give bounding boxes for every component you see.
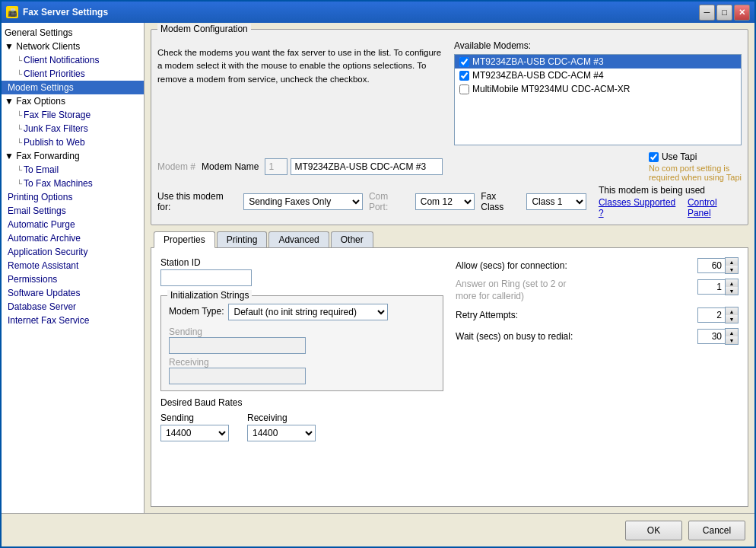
- receiving-row: Receiving: [169, 357, 435, 384]
- modem-checkbox-3[interactable]: [459, 84, 469, 94]
- use-tapi-row: Use Tapi: [649, 151, 742, 162]
- sidebar-item-to-email[interactable]: └To Email: [2, 163, 144, 177]
- station-id-input[interactable]: [160, 269, 252, 286]
- station-id-section: Station ID: [160, 257, 443, 286]
- sidebar-item-modem-settings[interactable]: Modem Settings: [2, 81, 144, 94]
- sidebar-item-client-priorities[interactable]: └Client Priorities: [2, 67, 144, 81]
- fax-class-dropdown[interactable]: Class 1 Class 2 Class 2.0: [526, 193, 586, 210]
- retry-down[interactable]: ▼: [726, 315, 738, 323]
- retry-attempts-label: Retry Attempts:: [456, 310, 518, 320]
- modem-list-item-2[interactable]: MT9234ZBA-USB CDC-ACM #4: [455, 68, 741, 82]
- modem-list-item-1[interactable]: MT9234ZBA-USB CDC-ACM #3: [455, 55, 741, 68]
- sidebar-item-remote-assistant[interactable]: Remote Assistant: [2, 259, 144, 272]
- modem-type-dropdown[interactable]: Default (no init string required): [228, 304, 388, 320]
- retry-attempts-spinner: ▲ ▼: [725, 307, 739, 323]
- sidebar-item-internet-fax-service[interactable]: Internet Fax Service: [2, 314, 144, 327]
- sidebar-item-client-notifications[interactable]: └Client Notifications: [2, 53, 144, 67]
- answer-ring-up[interactable]: ▲: [726, 279, 738, 287]
- tabs-section: Properties Printing Advanced Other: [151, 231, 748, 507]
- sidebar-item-email-settings[interactable]: Email Settings: [2, 204, 144, 218]
- modem-type-row: Modem Type: Default (no init string requ…: [169, 304, 435, 320]
- sidebar-item-publish-to-web[interactable]: └Publish to Web: [2, 135, 144, 149]
- ok-button[interactable]: OK: [625, 521, 682, 540]
- sidebar-item-database-server[interactable]: Database Server: [2, 300, 144, 314]
- wait-up[interactable]: ▲: [726, 329, 738, 336]
- sidebar-item-fax-options[interactable]: ▼ Fax Options: [2, 94, 144, 108]
- modem-number-input[interactable]: [265, 158, 287, 175]
- allow-secs-up[interactable]: ▲: [726, 258, 738, 266]
- tapi-note: No com port setting isrequired when usin…: [649, 164, 742, 182]
- title-bar: 📠 Fax Server Settings ─ □ ✕: [2, 2, 754, 23]
- sidebar-item-automatic-archive[interactable]: Automatic Archive: [2, 231, 144, 245]
- tab-other[interactable]: Other: [331, 231, 373, 248]
- tab-advanced[interactable]: Advanced: [268, 231, 329, 248]
- app-icon: 📠: [6, 6, 18, 18]
- allow-secs-row: Allow (secs) for connection: ▲ ▼: [456, 257, 739, 274]
- left-column: Station ID Initialization Strings Modem …: [160, 257, 443, 441]
- sidebar-item-software-updates[interactable]: Software Updates: [2, 286, 144, 300]
- answer-ring-input[interactable]: [697, 279, 725, 295]
- minimize-button[interactable]: ─: [699, 5, 715, 21]
- allow-secs-input[interactable]: [697, 258, 725, 273]
- available-modems-label: Available Modems:: [454, 40, 742, 51]
- cancel-button[interactable]: Cancel: [688, 521, 745, 540]
- modem-config-title: Modem Configuration: [157, 24, 251, 34]
- sidebar-item-fax-file-storage[interactable]: └Fax File Storage: [2, 108, 144, 122]
- receiving-label: Receiving: [169, 357, 435, 368]
- answer-ring-spinner: ▲ ▼: [725, 279, 739, 295]
- baud-sending-label: Sending: [160, 413, 229, 423]
- modem-name-input[interactable]: [291, 158, 443, 175]
- use-for-row: Use this modem for: Sending Faxes Only S…: [157, 185, 742, 218]
- window-controls: ─ □ ✕: [699, 5, 750, 21]
- tab-printing[interactable]: Printing: [217, 231, 268, 248]
- answer-ring-label: Answer on Ring (set to 2 or more for cal…: [456, 279, 577, 302]
- com-port-dropdown[interactable]: Com 12: [415, 193, 475, 210]
- wait-down[interactable]: ▼: [726, 336, 738, 344]
- baud-receiving-dropdown[interactable]: 14400 9600: [247, 425, 316, 441]
- sidebar-item-automatic-purge[interactable]: Automatic Purge: [2, 218, 144, 231]
- modem-checkbox-1[interactable]: [459, 57, 469, 67]
- main-panel: Modem Configuration Check the modems you…: [145, 23, 754, 513]
- sidebar: General Settings ▼ Network Clients └Clie…: [2, 23, 145, 513]
- allow-secs-control: ▲ ▼: [697, 257, 739, 274]
- window-title: Fax Server Settings: [23, 7, 694, 18]
- retry-attempts-input[interactable]: [697, 307, 725, 323]
- close-button[interactable]: ✕: [734, 5, 750, 21]
- sidebar-item-fax-forwarding[interactable]: ▼ Fax Forwarding: [2, 149, 144, 163]
- modem-number-label: Modem #: [157, 161, 195, 172]
- init-strings-group: Initialization Strings Modem Type: Defau…: [160, 295, 443, 391]
- sidebar-item-permissions[interactable]: Permissions: [2, 272, 144, 286]
- modem-list-item-3[interactable]: MultiMobile MT9234MU CDC-ACM-XR: [455, 82, 741, 96]
- sending-input[interactable]: [169, 337, 306, 354]
- wait-secs-spinner: ▲ ▼: [725, 328, 739, 345]
- use-tapi-checkbox[interactable]: [649, 152, 659, 162]
- sidebar-item-general-settings[interactable]: General Settings: [2, 26, 144, 40]
- sidebar-item-junk-fax-filters[interactable]: └Junk Fax Filters: [2, 122, 144, 135]
- use-for-dropdown[interactable]: Sending Faxes Only Sending and Receiving…: [243, 193, 363, 210]
- properties-layout: Station ID Initialization Strings Modem …: [160, 257, 739, 441]
- sidebar-item-application-security[interactable]: Application Security: [2, 245, 144, 259]
- fax-class-label: Fax Class: [481, 191, 520, 212]
- control-panel-link[interactable]: Control Panel: [688, 197, 742, 218]
- sending-label: Sending: [169, 327, 435, 337]
- baud-title: Desired Baud Rates: [160, 397, 443, 408]
- wait-secs-input[interactable]: [697, 329, 725, 344]
- modem-list: MT9234ZBA-USB CDC-ACM #3 MT9234ZBA-USB C…: [454, 54, 742, 145]
- classes-supported-link[interactable]: Classes Supported ?: [599, 197, 681, 218]
- retry-up[interactable]: ▲: [726, 307, 738, 315]
- modem-config-top: Check the modems you want the fax server…: [157, 40, 742, 145]
- modem-checkbox-2[interactable]: [459, 71, 469, 81]
- receiving-input[interactable]: [169, 368, 306, 384]
- baud-sending-dropdown[interactable]: 14400 9600: [160, 425, 229, 441]
- maximize-button[interactable]: □: [716, 5, 732, 21]
- answer-ring-control: ▲ ▼: [697, 279, 739, 295]
- allow-secs-down[interactable]: ▼: [726, 266, 738, 273]
- com-port-label: Com Port:: [369, 191, 409, 212]
- wait-secs-control: ▲ ▼: [697, 328, 739, 345]
- right-column: Allow (secs) for connection: ▲ ▼: [456, 257, 739, 441]
- tab-properties[interactable]: Properties: [154, 231, 215, 248]
- sidebar-item-network-clients[interactable]: ▼ Network Clients: [2, 40, 144, 53]
- answer-ring-down[interactable]: ▼: [726, 287, 738, 295]
- sidebar-item-to-fax-machines[interactable]: └To Fax Machines: [2, 177, 144, 190]
- sidebar-item-printing-options[interactable]: Printing Options: [2, 190, 144, 204]
